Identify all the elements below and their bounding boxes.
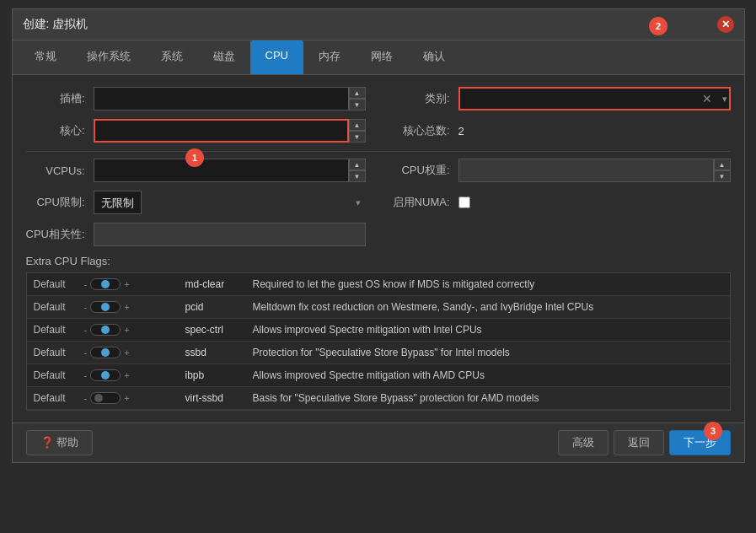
flag-name-1: pcid <box>179 296 246 319</box>
category-label: 类别: <box>391 91 450 106</box>
core-spinner[interactable]: ▲ ▼ <box>349 119 366 143</box>
core-up[interactable]: ▲ <box>349 119 366 131</box>
flag-name-3: ssbd <box>179 342 246 364</box>
category-clear-icon[interactable]: ✕ <box>702 92 712 105</box>
dialog-footer: ❓ 帮助 高级 返回 下一步 <box>13 423 744 462</box>
table-row: Default - + spec-ctrl Allows improved Sp… <box>27 319 730 342</box>
table-row: Default - + md-clear Required to let the… <box>27 273 730 296</box>
next-button[interactable]: 下一步 <box>669 430 731 455</box>
flag-default-3: Default <box>27 342 78 364</box>
flag-name-4: ibpb <box>179 364 246 387</box>
footer-right-buttons: 高级 返回 下一步 <box>558 430 731 455</box>
flag-toggle-5[interactable]: - + <box>78 387 179 410</box>
flag-desc-0: Required to let the guest OS know if MDS… <box>246 273 730 296</box>
help-button[interactable]: ❓ 帮助 <box>26 430 94 455</box>
socket-label: 插槽: <box>26 91 85 106</box>
flag-desc-2: Allows improved Spectre mitigation with … <box>246 319 730 342</box>
dialog: 创建: 虚拟机 ✕ 常规 操作系统 系统 磁盘 CPU 内存 网络 确认 插槽:… <box>12 8 745 463</box>
flag-toggle-2[interactable]: - + <box>78 319 179 342</box>
title-bar: 创建: 虚拟机 ✕ <box>13 9 744 40</box>
back-button[interactable]: 返回 <box>614 430 664 455</box>
table-row: Default - + virt-ssbd Basis for "Specula… <box>27 387 730 410</box>
socket-spinner[interactable]: ▲ ▼ <box>349 87 366 110</box>
socket-input[interactable]: 1 <box>94 87 349 110</box>
enable-numa-checkbox-wrapper <box>458 197 470 208</box>
flag-desc-4: Allows improved Spectre mitigation with … <box>246 364 730 387</box>
cpu-weight-label: CPU权重: <box>391 163 450 178</box>
tab-cpu[interactable]: CPU <box>250 40 303 74</box>
flag-default-4: Default <box>27 364 78 387</box>
cpu-affinity-input[interactable]: 全部核心 <box>94 223 366 246</box>
flag-default-2: Default <box>27 319 78 342</box>
tab-confirm[interactable]: 确认 <box>408 40 460 74</box>
cpu-limit-select[interactable]: 无限制 <box>94 191 142 214</box>
cpu-weight-input[interactable]: 100 <box>458 159 714 182</box>
vcpus-input[interactable]: 2 <box>94 159 349 182</box>
category-dropdown-icon[interactable]: ▾ <box>722 94 727 105</box>
cpu-limit-label: CPU限制: <box>26 195 85 210</box>
extra-flags-section: Extra CPU Flags: Default - + <box>26 255 731 411</box>
socket-down[interactable]: ▼ <box>349 99 366 110</box>
table-row: Default - + pcid Meltdown fix cost reduc… <box>27 296 730 319</box>
flag-toggle-0[interactable]: - + <box>78 273 179 296</box>
flag-desc-1: Meltdown fix cost reduction on Westmere,… <box>246 296 730 319</box>
cpu-weight-up[interactable]: ▲ <box>714 159 731 170</box>
tab-bar: 常规 操作系统 系统 磁盘 CPU 内存 网络 确认 <box>13 40 744 75</box>
flag-toggle-4[interactable]: - + <box>78 364 179 387</box>
flag-default-0: Default <box>27 273 78 296</box>
flags-table: Default - + md-clear Required to let the… <box>27 273 730 410</box>
flag-toggle-1[interactable]: - + <box>78 296 179 319</box>
core-label: 核心: <box>26 123 85 138</box>
vcpus-label: VCPUs: <box>26 164 85 177</box>
flag-name-0: md-clear <box>179 273 246 296</box>
tab-general[interactable]: 常规 <box>19 40 72 74</box>
vcpus-spinner[interactable]: ▲ ▼ <box>349 159 366 182</box>
enable-numa-label: 启用NUMA: <box>391 195 450 210</box>
flag-desc-3: Protection for "Speculative Store Bypass… <box>246 342 730 364</box>
dialog-title: 创建: 虚拟机 <box>23 17 88 32</box>
tab-disk[interactable]: 磁盘 <box>198 40 250 74</box>
core-down[interactable]: ▼ <box>349 131 366 143</box>
tab-memory[interactable]: 内存 <box>303 40 356 74</box>
main-content: 插槽: 1 ▲ ▼ 类别: host ✕ ▾ <box>13 75 744 423</box>
table-row: Default - + ssbd Protection for "Specula… <box>27 342 730 364</box>
flag-name-5: virt-ssbd <box>179 387 246 410</box>
flag-name-2: spec-ctrl <box>179 319 246 342</box>
flag-default-5: Default <box>27 387 78 410</box>
vcpus-up[interactable]: ▲ <box>349 159 366 170</box>
flags-table-container[interactable]: Default - + md-clear Required to let the… <box>26 272 731 411</box>
total-cores-label: 核心总数: <box>391 123 450 138</box>
socket-up[interactable]: ▲ <box>349 87 366 99</box>
tab-system[interactable]: 系统 <box>146 40 198 74</box>
table-row: Default - + ibpb Allows improved Spectre… <box>27 364 730 387</box>
vcpus-down[interactable]: ▼ <box>349 170 366 182</box>
flag-desc-5: Basis for "Speculative Store Bypass" pro… <box>246 387 730 410</box>
extra-flags-label: Extra CPU Flags: <box>26 255 731 267</box>
flag-toggle-3[interactable]: - + <box>78 342 179 364</box>
advanced-button[interactable]: 高级 <box>558 430 609 455</box>
category-input[interactable]: host <box>458 87 731 110</box>
divider-1 <box>26 151 731 152</box>
close-button[interactable]: ✕ <box>717 16 734 33</box>
tab-os[interactable]: 操作系统 <box>72 40 146 74</box>
category-wrapper: host ✕ ▾ <box>458 87 731 110</box>
enable-numa-checkbox[interactable] <box>458 197 470 208</box>
cpu-weight-down[interactable]: ▼ <box>714 170 731 182</box>
flag-default-1: Default <box>27 296 78 319</box>
core-input[interactable]: 2 <box>94 119 349 143</box>
total-cores-value: 2 <box>458 125 464 137</box>
cpu-limit-wrapper: 无限制 <box>94 191 366 214</box>
cpu-affinity-label: CPU相关性: <box>26 227 85 242</box>
tab-network[interactable]: 网络 <box>356 40 408 74</box>
cpu-weight-spinner[interactable]: ▲ ▼ <box>714 159 731 182</box>
